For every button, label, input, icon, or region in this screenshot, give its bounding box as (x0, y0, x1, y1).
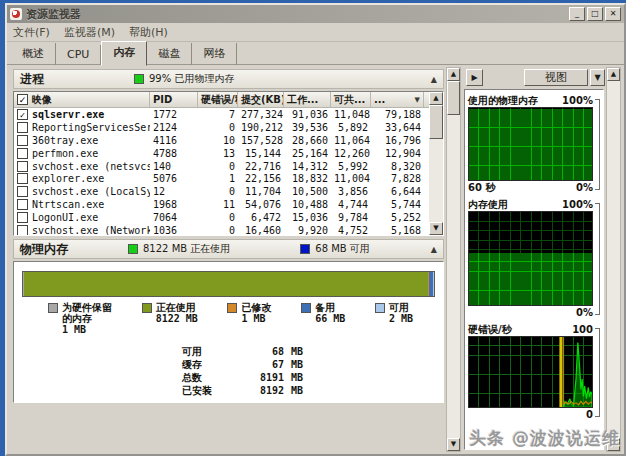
tab-CPU[interactable]: CPU (56, 45, 101, 65)
graphs-panel: 使用的物理内存 100% 60 秒 0% 内存使用 (464, 89, 604, 450)
process-status-label: 99% 已用物理内存 (149, 72, 234, 86)
views-button[interactable]: 视图 (524, 69, 588, 86)
legend-item: 正在使用8122 MB (142, 302, 198, 335)
row-checkbox[interactable] (17, 212, 28, 223)
in-use-label: 8122 MB 正在使用 (143, 242, 230, 256)
available-label: 68 MB 可用 (315, 242, 370, 256)
row-checkbox[interactable] (17, 122, 28, 133)
row-checkbox[interactable] (17, 135, 28, 146)
row-checkbox[interactable] (17, 225, 28, 236)
row-checkbox[interactable] (17, 148, 28, 159)
process-table-body: ✓ sqlservr.exe 1772 7 277,324 91,036 11,… (14, 108, 429, 236)
memory-stat-line: 可用 68 MB (182, 345, 435, 358)
legend-swatch (301, 303, 311, 313)
row-checkbox[interactable]: ✓ (17, 109, 28, 120)
process-hard-faults: 0 (198, 225, 238, 236)
col-private[interactable]: ... ▼ (371, 92, 424, 107)
table-row[interactable]: Ntrtscan.exe 1968 11 54,076 10,488 4,744… (14, 198, 429, 211)
process-pid: 4116 (150, 135, 198, 146)
menu-file[interactable]: 文件(F) (13, 25, 50, 40)
process-table-scrollbar[interactable]: ▲ ▼ (429, 92, 443, 235)
table-row[interactable]: explorer.exe 5076 1 22,156 18,832 11,004… (14, 172, 429, 185)
close-button[interactable]: ✕ (605, 7, 621, 21)
table-row[interactable]: svchost.exe (LocalSyst... 12 0 11,704 10… (14, 185, 429, 198)
process-working-set: 14,312 (284, 161, 331, 172)
process-name: svchost.exe (LocalSyst... (32, 186, 150, 197)
process-commit: 157,528 (238, 135, 284, 146)
process-name: svchost.exe (netsvcs) (32, 161, 150, 172)
table-row[interactable]: perfmon.exe 4788 13 15,144 25,164 12,260… (14, 147, 429, 160)
collapse-memory-icon[interactable]: ▲ (431, 245, 437, 254)
tab-概述[interactable]: 概述 (11, 43, 56, 65)
expand-pane-icon[interactable]: ▶ (466, 69, 483, 86)
table-row[interactable]: svchost.exe (NetworkSe... 1036 0 16,460 … (14, 224, 429, 236)
graph-used-physical-memory: 使用的物理内存 100% 60 秒 0% (468, 94, 600, 194)
process-commit: 22,716 (238, 161, 284, 172)
right-pane-scrollbar[interactable]: ▲ ▼ (606, 67, 621, 452)
tab-磁盘[interactable]: 磁盘 (147, 43, 192, 65)
tab-内存[interactable]: 内存 (101, 41, 147, 66)
physical-memory-panel: 为硬件保留的内存1 MB 正在使用8122 MB 已修改1 MB 备用66 MB… (13, 261, 444, 403)
select-all-checkbox[interactable]: ✓ (17, 94, 28, 105)
process-shareable: 4,744 (331, 199, 371, 210)
process-commit: 22,156 (238, 173, 284, 184)
collapse-process-icon[interactable]: ▲ (431, 75, 437, 84)
table-row[interactable]: LogonUI.exe 7064 0 6,472 15,036 9,784 5,… (14, 211, 429, 224)
scrollbar-thumb[interactable] (447, 81, 460, 115)
process-name: svchost.exe (NetworkSe... (32, 225, 150, 236)
memory-stat-line: 已安装 8192 MB (182, 384, 435, 397)
process-working-set: 91,036 (284, 109, 331, 120)
table-row[interactable]: ✓ sqlservr.exe 1772 7 277,324 91,036 11,… (14, 108, 429, 121)
memory-stat-line: 缓存 67 MB (182, 358, 435, 371)
graph2-bracket (595, 203, 600, 315)
minimize-button[interactable]: _ (569, 7, 585, 21)
process-name: explorer.exe (32, 173, 104, 184)
process-private: 16,796 (371, 135, 424, 146)
process-pid: 4788 (150, 148, 198, 159)
row-checkbox[interactable] (17, 199, 28, 210)
process-working-set: 10,500 (284, 186, 331, 197)
col-commit[interactable]: 提交(KB) (238, 92, 284, 107)
row-checkbox[interactable] (17, 173, 28, 184)
scroll-down-icon[interactable]: ▼ (429, 222, 443, 235)
col-pid[interactable]: PID (150, 92, 198, 107)
col-hard-faults[interactable]: 硬错误/秒 (198, 92, 238, 107)
menu-monitor[interactable]: 监视器(M) (64, 25, 115, 40)
legend-item: 可用2 MB (375, 302, 413, 335)
maximize-button[interactable]: □ (587, 7, 603, 21)
process-name: perfmon.exe (32, 148, 98, 159)
scroll-down-icon[interactable]: ▼ (447, 438, 460, 451)
process-hard-faults: 13 (198, 148, 238, 159)
scrollbar-thumb[interactable] (429, 105, 443, 139)
menu-help[interactable]: 帮助(H) (129, 25, 168, 40)
scroll-up-icon[interactable]: ▲ (447, 68, 460, 81)
scroll-up-icon[interactable]: ▲ (429, 92, 443, 105)
process-name: sqlservr.exe (32, 109, 104, 120)
table-row[interactable]: svchost.exe (netsvcs) 140 0 22,716 14,31… (14, 160, 429, 173)
legend-item: 为硬件保留的内存1 MB (48, 302, 112, 335)
process-pid: 7064 (150, 212, 198, 223)
process-shareable: 4,752 (331, 225, 371, 236)
physical-memory-section-header[interactable]: 物理内存 8122 MB 正在使用 68 MB 可用 ▲ (13, 239, 444, 259)
views-dropdown-icon[interactable]: ▼ (590, 69, 605, 86)
process-section-header[interactable]: 进程 99% 已用物理内存 ▲ (13, 69, 444, 89)
title-bar[interactable]: 资源监视器 _ □ ✕ (7, 5, 624, 23)
process-private: 5,168 (371, 225, 424, 236)
tab-网络[interactable]: 网络 (192, 43, 237, 65)
graph3-bracket (595, 328, 600, 417)
process-private: 5,744 (371, 199, 424, 210)
hard-faults-spike-trace (469, 337, 592, 407)
row-checkbox[interactable] (17, 161, 28, 172)
row-checkbox[interactable] (17, 186, 28, 197)
process-table-header[interactable]: ✓ 映像 PID 硬错误/秒 提交(KB) 工作... 可共... ... ▼ (14, 92, 429, 108)
col-working-set[interactable]: 工作... (284, 92, 331, 107)
memory-bar-segment (24, 272, 428, 296)
app-icon (10, 8, 22, 20)
col-shareable[interactable]: 可共... (331, 92, 371, 107)
table-row[interactable]: ReportingServicesServi... 2124 0 190,212… (14, 121, 429, 134)
process-shareable: 3,856 (331, 186, 371, 197)
left-pane-scrollbar[interactable]: ▲ ▼ (446, 67, 461, 452)
scroll-up-icon[interactable]: ▲ (607, 68, 620, 81)
menu-bar: 文件(F) 监视器(M) 帮助(H) (7, 23, 624, 42)
table-row[interactable]: 360tray.exe 4116 10 157,528 28,660 11,06… (14, 134, 429, 147)
